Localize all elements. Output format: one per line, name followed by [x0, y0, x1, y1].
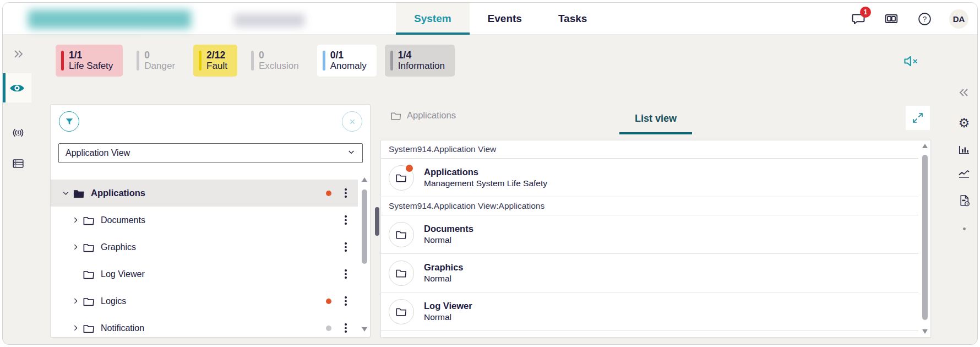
status-badge-label: Information — [398, 61, 445, 72]
server-rack-icon[interactable] — [3, 153, 34, 175]
svg-text:?: ? — [922, 15, 927, 23]
main-tabs: System Events Tasks — [396, 3, 605, 35]
panel-scrollbar-thumb[interactable] — [375, 207, 379, 236]
system-browser-panel: Application View Applications Documents … — [50, 104, 371, 338]
list-item-title: Applications — [424, 166, 547, 178]
tree-item-label: Documents — [101, 215, 145, 225]
status-badge-bar — [323, 51, 325, 71]
list-item-subtitle: Management System Life Safety — [424, 178, 547, 189]
chevron-right-icon[interactable] — [68, 296, 83, 307]
chevron-right-icon[interactable] — [68, 215, 83, 226]
status-badge-bar — [390, 51, 393, 71]
kebab-menu-icon[interactable] — [342, 321, 349, 335]
chevron-down-icon — [347, 148, 356, 159]
list-scrollbar-thumb[interactable] — [922, 155, 928, 320]
user-avatar[interactable]: DA — [949, 9, 968, 29]
chevron-down-icon[interactable] — [58, 188, 73, 199]
split-view-icon[interactable] — [883, 10, 900, 27]
chevron-icon — [68, 269, 83, 280]
status-badge-count: 0/1 — [330, 50, 367, 61]
kebab-menu-icon[interactable] — [342, 186, 349, 200]
tree-item-graphics[interactable]: Graphics — [51, 234, 358, 261]
status-badge-danger[interactable]: 0 Danger — [131, 45, 185, 77]
event-dot — [326, 326, 331, 331]
broadcast-icon[interactable] — [3, 122, 34, 144]
status-badge-bar — [251, 51, 254, 71]
status-badge-bar — [199, 51, 202, 71]
status-badge-exclusion[interactable]: 0 Exclusion — [246, 45, 309, 77]
scroll-up-arrow[interactable] — [922, 144, 928, 148]
brand-logo-redacted — [28, 10, 191, 29]
collapse-rail-icon[interactable] — [951, 82, 977, 104]
list-panel-header: Applications List view — [380, 102, 931, 137]
tree-item-notification[interactable]: Notification — [51, 315, 358, 337]
event-dot — [406, 165, 413, 172]
trend-chart-icon[interactable] — [951, 162, 977, 184]
list-view-panel: System914.Application View Applications … — [380, 140, 931, 338]
tab-system[interactable]: System — [396, 3, 470, 35]
status-badge-information[interactable]: 1/4 Information — [385, 45, 455, 77]
tree-item-logics[interactable]: Logics — [51, 288, 358, 315]
tree-item-label: Logics — [101, 296, 126, 306]
list-item-graphics[interactable]: Graphics Normal — [381, 254, 918, 292]
list-item-subtitle: Normal — [424, 235, 473, 246]
tree-item-applications[interactable]: Applications — [51, 180, 358, 207]
tab-list-view[interactable]: List view — [619, 102, 692, 134]
tab-events[interactable]: Events — [470, 3, 540, 35]
fullscreen-icon[interactable] — [906, 106, 930, 130]
chat-icon[interactable]: 1 — [850, 10, 867, 27]
view-selector-value: Application View — [66, 148, 130, 158]
list-item-title: Documents — [424, 223, 473, 235]
chevron-right-icon[interactable] — [68, 323, 83, 334]
header-actions: 1 ? DA — [850, 3, 968, 35]
help-icon[interactable]: ? — [916, 10, 933, 27]
status-badge-label: Fault — [206, 61, 227, 72]
clear-filter-icon[interactable] — [342, 111, 362, 132]
list-item-applications[interactable]: Applications Management System Life Safe… — [381, 159, 918, 197]
expand-rail-icon[interactable] — [3, 43, 34, 65]
mute-alarms-icon[interactable] — [902, 52, 921, 70]
scroll-up-arrow[interactable] — [362, 177, 367, 182]
status-badge-anomaly[interactable]: 0/1 Anomaly — [317, 45, 377, 77]
list-item-documents[interactable]: Documents Normal — [381, 215, 918, 254]
list-item-subtitle: Normal — [424, 312, 472, 323]
kebab-menu-icon[interactable] — [342, 240, 349, 254]
event-dot — [326, 191, 331, 196]
tree-scrollbar — [360, 177, 368, 332]
more-indicator-dot — [951, 218, 977, 240]
tree-item-label: Graphics — [101, 242, 136, 252]
status-badge-bar — [137, 51, 139, 71]
kebab-menu-icon[interactable] — [342, 213, 349, 227]
scroll-down-arrow[interactable] — [922, 329, 928, 334]
tree-item-documents[interactable]: Documents — [51, 207, 358, 234]
kebab-menu-icon[interactable] — [342, 294, 349, 308]
tree-scrollbar-thumb[interactable] — [362, 189, 367, 264]
status-badge-life-safety[interactable]: 1/1 Life Safety — [56, 45, 123, 77]
status-badge-count: 0 — [144, 50, 175, 61]
tab-tasks[interactable]: Tasks — [540, 3, 605, 35]
breadcrumb[interactable]: Applications — [390, 110, 456, 121]
settings-gear-icon[interactable]: ⚙ — [951, 112, 977, 134]
list-item-subtitle: Normal — [424, 273, 464, 285]
folder-icon — [83, 268, 99, 280]
kebab-menu-icon[interactable] — [342, 267, 349, 281]
filter-icon[interactable] — [59, 111, 79, 132]
tree-item-label: Notification — [101, 323, 144, 333]
bar-chart-icon[interactable] — [951, 139, 977, 161]
tree-item-label: Applications — [91, 188, 145, 198]
node-circle-icon — [389, 261, 414, 286]
list-scrollbar — [921, 144, 929, 334]
scheduled-report-icon[interactable] — [951, 189, 977, 212]
status-badge-count: 1/1 — [69, 50, 113, 61]
status-badge-label: Exclusion — [259, 61, 299, 72]
view-selector-dropdown[interactable]: Application View — [58, 143, 363, 163]
list-item-log-viewer[interactable]: Log Viewer Normal — [381, 292, 918, 331]
system-browser-eye-icon[interactable] — [3, 73, 31, 102]
list-group-header: System914.Application View — [381, 140, 918, 159]
scroll-down-arrow[interactable] — [362, 327, 367, 332]
tree-item-log-viewer[interactable]: Log Viewer — [51, 261, 358, 288]
chevron-right-icon[interactable] — [68, 242, 83, 253]
status-badge-fault[interactable]: 2/12 Fault — [193, 45, 237, 77]
list-item-title: Graphics — [424, 261, 464, 273]
status-badge-label: Anomaly — [330, 61, 367, 72]
